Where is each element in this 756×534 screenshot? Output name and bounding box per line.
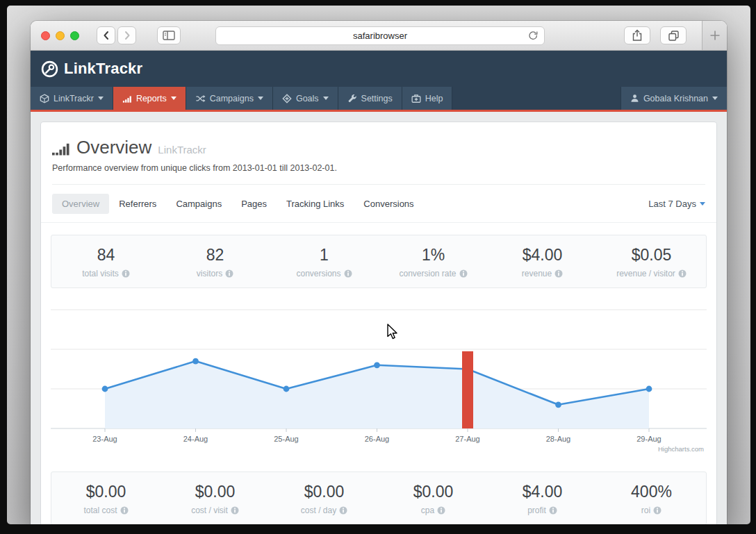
tab-pages[interactable]: Pages: [231, 194, 277, 214]
info-icon[interactable]: [653, 506, 662, 515]
user-name: Gobala Krishnan: [643, 94, 708, 103]
reload-icon[interactable]: [527, 31, 539, 42]
user-menu[interactable]: Gobala Krishnan: [621, 87, 727, 110]
stat-value: 82: [161, 246, 270, 265]
stat-label: total visits: [82, 269, 119, 278]
stat-visitors: 82 visitors: [161, 246, 270, 278]
svg-text:23-Aug: 23-Aug: [92, 435, 117, 443]
nav-item-help[interactable]: Help: [402, 87, 453, 110]
stat-profit: $4.00 profit: [488, 483, 597, 515]
tab-overview[interactable]: Overview: [52, 194, 109, 214]
stat-cpa: $0.00 cpa: [379, 483, 488, 515]
stat-cost-per-visit: $0.00 cost / visit: [161, 483, 270, 515]
report-bars-icon: [52, 140, 70, 156]
zoom-button[interactable]: [70, 31, 79, 40]
tab-referrers[interactable]: Referrers: [109, 194, 166, 214]
tab-conversions[interactable]: Conversions: [354, 194, 423, 214]
info-icon[interactable]: [678, 269, 687, 278]
medkit-icon: [411, 94, 421, 103]
date-range-dropdown[interactable]: Last 7 Days: [648, 199, 705, 209]
stat-roi: 400% roi: [597, 483, 706, 515]
stat-value: $0.05: [597, 246, 706, 265]
new-tab-button[interactable]: [702, 21, 727, 50]
info-icon[interactable]: [437, 506, 445, 515]
nav-item-label: LinkTrackr: [54, 94, 94, 103]
nav-item-label: Reports: [136, 94, 167, 103]
visits-chart-svg[interactable]: 23-Aug24-Aug25-Aug26-Aug27-Aug28-Aug29-A…: [51, 297, 707, 460]
info-icon[interactable]: [122, 269, 130, 278]
tab-tracking-links[interactable]: Tracking Links: [277, 194, 354, 214]
info-icon[interactable]: [225, 269, 233, 278]
browser-window: safaribrowser: [31, 21, 727, 528]
tabs-overview-icon: [668, 30, 680, 42]
stat-label: conversion rate: [399, 269, 456, 278]
nav-item-reports[interactable]: Reports: [113, 87, 186, 110]
share-button[interactable]: [624, 26, 650, 44]
share-icon: [632, 29, 643, 42]
info-icon[interactable]: [120, 506, 129, 515]
nav-item-label: Goals: [296, 94, 319, 103]
stat-label: visitors: [197, 269, 222, 278]
overview-card: Overview LinkTrackr Performance overview…: [40, 122, 717, 528]
info-icon[interactable]: [339, 506, 347, 515]
forward-button[interactable]: [117, 26, 136, 44]
nav-item-linktrackr[interactable]: LinkTrackr: [31, 87, 113, 110]
stat-total-cost: $0.00 total cost: [51, 483, 161, 515]
stat-value: $4.00: [488, 483, 597, 501]
title-block: Overview LinkTrackr Performance overview…: [41, 122, 716, 185]
stat-label: conversions: [296, 269, 340, 278]
stat-label: roi: [641, 506, 650, 515]
stat-label: profit: [527, 506, 546, 515]
window-controls: [41, 31, 79, 40]
address-bar[interactable]: safaribrowser: [215, 26, 545, 45]
svg-text:27-Aug: 27-Aug: [455, 435, 479, 443]
stat-label: cpa: [421, 506, 434, 515]
nav-item-campaigns[interactable]: Campaigns: [186, 87, 273, 110]
stat-value: $0.00: [161, 483, 270, 501]
user-icon: [630, 94, 639, 103]
info-icon[interactable]: [549, 506, 557, 515]
chevron-down-icon: [712, 97, 718, 100]
info-icon[interactable]: [554, 269, 563, 278]
page-subtitle: Performance overview from unique clicks …: [52, 163, 705, 173]
tab-campaigns[interactable]: Campaigns: [166, 194, 231, 214]
shuffle-icon: [195, 94, 206, 103]
goal-diamond-icon: [282, 94, 292, 103]
visits-chart[interactable]: 23-Aug24-Aug25-Aug26-Aug27-Aug28-Aug29-A…: [51, 297, 707, 460]
browser-titlebar: safaribrowser: [31, 21, 727, 51]
chevron-down-icon: [258, 97, 263, 100]
stat-value: 1%: [379, 246, 488, 265]
stat-value: 1: [270, 246, 379, 265]
report-tabs: Overview Referrers Campaigns Pages Track…: [41, 185, 716, 223]
info-icon[interactable]: [459, 269, 468, 278]
stat-conversion-rate: 1% conversion rate: [379, 246, 488, 278]
plus-icon: [709, 29, 721, 42]
back-icon: [101, 30, 112, 41]
mouse-cursor: [386, 324, 400, 343]
stat-value: 400%: [597, 483, 706, 501]
minimize-button[interactable]: [56, 31, 65, 40]
page-content: Overview LinkTrackr Performance overview…: [31, 112, 727, 528]
page-title: Overview: [76, 137, 151, 158]
nav-item-settings[interactable]: Settings: [338, 87, 402, 110]
linktrackr-logo-icon: [40, 60, 59, 78]
info-icon[interactable]: [231, 506, 239, 515]
nav-item-goals[interactable]: Goals: [273, 87, 338, 110]
date-range-label: Last 7 Days: [648, 199, 696, 209]
svg-text:24-Aug: 24-Aug: [183, 435, 208, 443]
info-icon[interactable]: [344, 269, 352, 278]
stat-label: cost / day: [301, 506, 336, 515]
chevron-down-icon: [171, 97, 176, 100]
main-nav: LinkTrackr Reports: [31, 87, 727, 110]
site-header: LinkTrackr: [31, 51, 727, 87]
site-logo-text[interactable]: LinkTrackr: [64, 60, 142, 78]
stat-label: revenue / visitor: [616, 269, 675, 278]
back-button[interactable]: [97, 26, 115, 44]
close-button[interactable]: [41, 31, 50, 40]
show-all-tabs-button[interactable]: [660, 26, 687, 44]
chevron-down-icon: [98, 97, 104, 100]
svg-text:28-Aug: 28-Aug: [546, 435, 570, 443]
stat-revenue: $4.00 revenue: [488, 246, 597, 278]
forward-icon: [122, 30, 133, 41]
sidebar-toggle-button[interactable]: [157, 26, 181, 44]
